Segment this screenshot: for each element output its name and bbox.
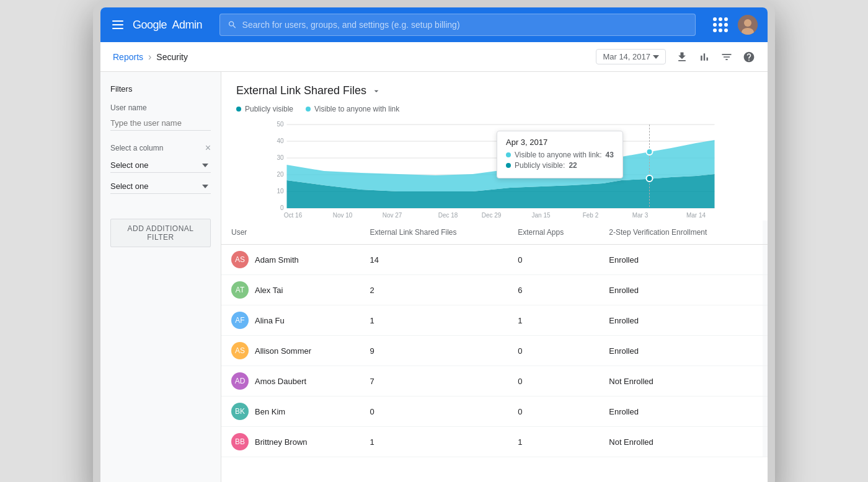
breadcrumb-separator: ›	[148, 51, 151, 63]
chart-title: External Link Shared Files	[236, 84, 366, 97]
user-name: Adam Smith	[255, 255, 299, 265]
tooltip-link-label: Visible to anyone with link:	[515, 151, 602, 159]
chart-tooltip: Apr 3, 2017 Visible to anyone with link:…	[497, 131, 623, 178]
external-apps-cell: 1	[508, 427, 599, 457]
table-row: AS Adam Smith 140Enrolled	[221, 245, 768, 275]
tooltip-row-1: Visible to anyone with link: 43	[506, 151, 614, 159]
enrollment-cell: Not Enrolled	[599, 366, 763, 397]
chevron-down-icon	[653, 55, 659, 59]
svg-text:Dec 18: Dec 18	[438, 212, 458, 219]
search-bar[interactable]	[219, 14, 696, 36]
enrollment-cell: Enrolled	[599, 336, 763, 366]
select-column-label: Select a column	[110, 144, 163, 152]
external-apps-cell: 0	[508, 366, 599, 397]
data-table: User External Link Shared Files External…	[221, 221, 768, 457]
user-cell: AT Alex Tai	[221, 275, 360, 305]
add-filter-button[interactable]: ADD ADDITIONAL FILTER	[110, 219, 211, 247]
svg-text:30: 30	[277, 154, 284, 161]
close-filter-icon[interactable]: ×	[205, 143, 211, 153]
table-row: BB Brittney Brown 11Not Enrolled	[221, 427, 768, 457]
search-icon	[228, 20, 237, 30]
date-filter[interactable]: Mar 14, 2017	[596, 49, 666, 64]
tooltip-row-2: Publicly visible: 22	[506, 161, 614, 170]
user-cell: BK Ben Kim	[221, 397, 360, 427]
search-input[interactable]	[242, 20, 688, 30]
svg-text:40: 40	[277, 138, 284, 144]
logo-text: Google	[133, 19, 167, 32]
col-header-enrollment: 2-Step Verification Enrollment	[599, 221, 763, 245]
external-apps-cell: 0	[508, 336, 599, 366]
column-filter: Select a column × Select one Select one	[110, 143, 211, 200]
enrollment-cell: Enrolled	[599, 397, 763, 427]
tooltip-date: Apr 3, 2017	[506, 138, 614, 147]
svg-text:Mar 3: Mar 3	[632, 212, 649, 219]
chart-legend: Publicly visible Visible to anyone with …	[236, 105, 753, 113]
chart-area: External Link Shared Files Publicly visi…	[221, 72, 768, 482]
user-cell: BB Brittney Brown	[221, 427, 360, 457]
svg-text:20: 20	[277, 171, 284, 178]
svg-rect-0	[112, 20, 123, 22]
menu-icon[interactable]	[110, 18, 125, 32]
admin-text: Admin	[172, 19, 203, 32]
user-name: Alex Tai	[255, 286, 283, 295]
table-header-row: User External Link Shared Files External…	[221, 221, 768, 245]
shared-files-cell: 0	[360, 397, 508, 427]
select-one-dropdown-2[interactable]: Select one	[110, 179, 211, 194]
user-name: Brittney Brown	[255, 437, 308, 447]
shared-files-cell: 14	[360, 245, 508, 275]
table-row: BK Ben Kim 00Enrolled	[221, 397, 768, 427]
legend-dot-1	[236, 107, 241, 112]
shared-files-cell: 1	[360, 427, 508, 457]
external-apps-cell: 0	[508, 245, 599, 275]
tooltip-public-label: Publicly visible:	[515, 161, 565, 170]
filters-title: Filters	[110, 84, 211, 94]
svg-rect-2	[112, 28, 123, 29]
svg-text:0: 0	[280, 204, 284, 211]
svg-text:Nov 27: Nov 27	[383, 212, 402, 219]
external-apps-cell: 1	[508, 305, 599, 336]
breadcrumb-bar: Reports › Security Mar 14, 2017	[100, 42, 768, 72]
filter-icon[interactable]	[720, 51, 733, 63]
chart-dropdown-icon[interactable]	[371, 86, 381, 96]
select-one-dropdown-1[interactable]: Select one	[110, 158, 211, 173]
username-label: User name	[110, 103, 211, 112]
table-row: AD Amos Daubert 70Not Enrolled	[221, 366, 768, 397]
area-chart[interactable]: 50 40 30 20 10 0	[236, 118, 753, 221]
username-filter: User name	[110, 103, 211, 131]
username-input[interactable]	[110, 116, 211, 131]
svg-point-20	[647, 175, 653, 182]
external-apps-cell: 0	[508, 397, 599, 427]
legend-visible-with-link: Visible to anyone with link	[306, 105, 399, 113]
tooltip-link-value: 43	[606, 151, 614, 159]
legend-dot-2	[306, 107, 311, 112]
user-cell: AS Adam Smith	[221, 245, 360, 275]
grid-apps-icon[interactable]	[713, 17, 728, 32]
svg-text:50: 50	[277, 121, 284, 128]
bar-chart-icon[interactable]	[698, 51, 711, 63]
help-icon[interactable]	[743, 51, 755, 63]
reports-link[interactable]: Reports	[113, 52, 143, 62]
shared-files-cell: 1	[360, 305, 508, 336]
enrollment-cell: Enrolled	[599, 245, 763, 275]
chart-header: External Link Shared Files	[236, 84, 753, 97]
user-cell: AF Alina Fu	[221, 305, 360, 336]
sidebar: Filters User name Select a column × Sele…	[100, 72, 221, 482]
chart-container: External Link Shared Files Publicly visi…	[221, 72, 768, 221]
user-cell: AD Amos Daubert	[221, 366, 360, 397]
tooltip-dot-1	[506, 152, 511, 157]
table-row: AT Alex Tai 26Enrolled	[221, 275, 768, 305]
tooltip-public-value: 22	[569, 161, 577, 170]
download-icon[interactable]	[676, 51, 688, 63]
avatar[interactable]	[738, 15, 758, 35]
breadcrumb: Reports › Security	[113, 51, 188, 63]
shared-files-cell: 7	[360, 366, 508, 397]
enrollment-cell: Not Enrolled	[599, 427, 763, 457]
chart-svg-container: 50 40 30 20 10 0	[236, 118, 753, 221]
legend-label-2: Visible to anyone with link	[314, 105, 399, 113]
shared-files-cell: 9	[360, 336, 508, 366]
breadcrumb-current: Security	[156, 52, 188, 62]
svg-text:Oct 16: Oct 16	[284, 212, 303, 219]
tooltip-dot-2	[506, 163, 511, 168]
svg-text:Nov 10: Nov 10	[333, 212, 353, 219]
main-content: Filters User name Select a column × Sele…	[100, 72, 768, 482]
